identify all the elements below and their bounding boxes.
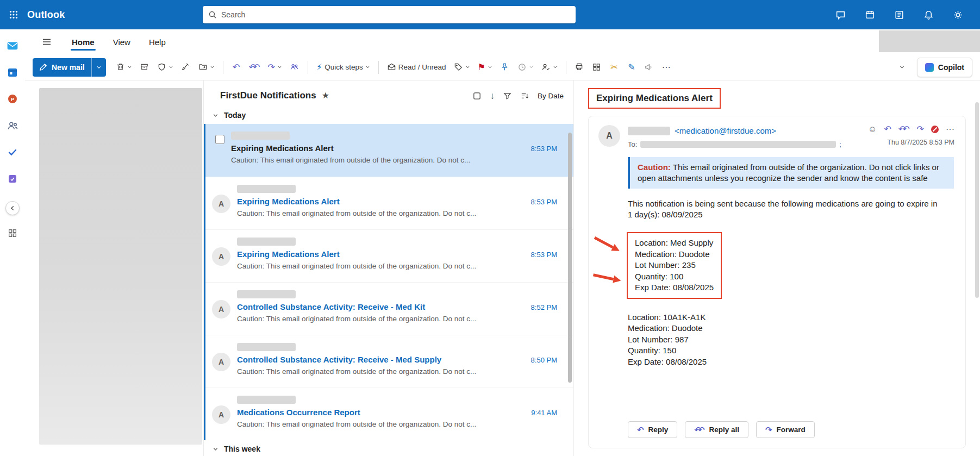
- email-time: 8:52 PM: [531, 303, 565, 311]
- delete-button[interactable]: [113, 58, 135, 77]
- forward-button[interactable]: ↷: [265, 58, 285, 77]
- archive-button[interactable]: [136, 58, 153, 77]
- notifications-button[interactable]: [918, 4, 939, 25]
- print-button[interactable]: [571, 58, 588, 77]
- mail-nav-button[interactable]: [4, 37, 21, 54]
- email-list-item[interactable]: Expiring Medications Alert 8:53 PM Cauti…: [205, 124, 573, 177]
- filter-icon[interactable]: [503, 91, 512, 101]
- search-bar[interactable]: [203, 6, 576, 23]
- planner-nav-button[interactable]: [4, 170, 21, 188]
- sort-by-button[interactable]: By Date: [538, 92, 564, 100]
- calendar-nav-button[interactable]: [4, 64, 21, 81]
- powerpoint-nav-button[interactable]: P: [4, 90, 21, 108]
- email-subject: Expiring Medications Alert: [231, 143, 526, 153]
- app-launcher-button[interactable]: [0, 0, 27, 29]
- assign-policy-button[interactable]: [538, 58, 561, 77]
- annotation-arrow: [591, 233, 621, 254]
- chevron-down-icon: [213, 446, 219, 452]
- reply-button[interactable]: ↶: [228, 58, 245, 77]
- email-list-item[interactable]: A Expiring Medications Alert 8:53 PM Cau…: [205, 177, 573, 229]
- app-title: Outlook: [27, 9, 65, 21]
- email-list-item[interactable]: A Medications Occurrence Report 9:41 AM …: [205, 388, 573, 440]
- message-card: A <medication@firstdue.com> To: ;: [588, 116, 966, 448]
- more-options-button[interactable]: ···: [658, 58, 675, 77]
- copilot-button[interactable]: Copilot: [917, 58, 972, 77]
- caution-banner: Caution: This email originated from outs…: [628, 157, 954, 189]
- email-list-item[interactable]: A Controlled Substance Activity: Receive…: [205, 335, 573, 388]
- group-header-today[interactable]: Today: [204, 107, 573, 124]
- report-button[interactable]: [154, 58, 177, 77]
- email-checkbox[interactable]: [215, 135, 224, 144]
- medication-details: Location: Med Supply Medication: Duodote…: [627, 232, 722, 299]
- med-line: Quantity: 150: [628, 345, 954, 357]
- share-to-teams-button[interactable]: [286, 58, 303, 77]
- reply-label: Reply: [648, 426, 669, 434]
- move-to-button[interactable]: [195, 58, 218, 77]
- addin-edit-button[interactable]: ✎: [623, 58, 640, 77]
- settings-button[interactable]: [947, 4, 968, 25]
- broom-icon: [181, 63, 190, 72]
- feedback-button[interactable]: [830, 4, 851, 25]
- message-list-scrollbar[interactable]: [568, 133, 572, 383]
- addin-snip-button[interactable]: ✂: [606, 58, 622, 77]
- collapse-sidebar-button[interactable]: [5, 201, 20, 215]
- flag-button[interactable]: ⚑: [475, 58, 496, 77]
- sweep-button[interactable]: [178, 58, 194, 77]
- email-preview: Caution: This email originated from outs…: [237, 420, 565, 428]
- reply-all-action-button[interactable]: ↶↶Reply all: [685, 421, 748, 438]
- read-aloud-button[interactable]: [641, 58, 657, 77]
- notepad-icon: [894, 10, 904, 20]
- sort-direction-icon[interactable]: ↓: [490, 91, 495, 101]
- email-time: 9:41 AM: [531, 409, 565, 417]
- email-time: 8:53 PM: [531, 251, 565, 259]
- email-list-item[interactable]: A Expiring Medications Alert 8:53 PM Cau…: [205, 229, 573, 282]
- sender-email[interactable]: <medication@firstdue.com>: [675, 126, 776, 135]
- notes-button[interactable]: [889, 4, 909, 25]
- more-apps-button[interactable]: [4, 224, 21, 242]
- calendar-peek-button[interactable]: [859, 4, 880, 25]
- med-line: Medication: Duodote: [628, 323, 954, 334]
- sort-options-icon[interactable]: [520, 91, 529, 101]
- chevron-down-icon: [277, 65, 282, 70]
- hamburger-button[interactable]: [37, 32, 57, 52]
- forward-action-button[interactable]: ↷Forward: [756, 421, 815, 438]
- reply-all-button[interactable]: ↶↶: [246, 58, 264, 77]
- quick-steps-button[interactable]: ⚡Quick steps: [313, 58, 373, 77]
- tab-home[interactable]: Home: [64, 32, 102, 52]
- message-list-pane: FirstDue Notifications ★ ↓ By Date Today: [203, 80, 574, 456]
- read-unread-button[interactable]: Read / Unread: [384, 58, 450, 77]
- reply-action-button[interactable]: ↶Reply: [628, 421, 677, 438]
- favorite-star-icon[interactable]: ★: [322, 91, 329, 100]
- search-input[interactable]: [221, 10, 570, 19]
- reply-all-icon[interactable]: ↶↶: [898, 125, 910, 134]
- categorize-button[interactable]: [451, 58, 473, 77]
- todo-icon: [7, 147, 18, 158]
- clock-icon: [517, 63, 527, 72]
- group-header-this-week[interactable]: This week: [204, 440, 573, 456]
- ribbon-collapse-button[interactable]: [894, 58, 910, 77]
- apps-button[interactable]: [589, 58, 605, 77]
- forward-icon[interactable]: ↷: [917, 125, 924, 134]
- toolbar-divider: [566, 61, 566, 74]
- todo-nav-button[interactable]: [4, 143, 21, 161]
- copilot-icon: [925, 63, 934, 72]
- new-mail-dropdown[interactable]: [91, 58, 106, 77]
- medication-block-annotated: Location: Med Supply Medication: Duodote…: [627, 232, 954, 299]
- email-subject: Medications Occurrence Report: [237, 408, 526, 417]
- reply-icon[interactable]: ↶: [884, 125, 891, 134]
- select-all-icon[interactable]: [472, 91, 482, 101]
- reading-pane-scrollbar[interactable]: [975, 102, 979, 298]
- ribbon-tabs-row: Home View Help: [25, 29, 980, 54]
- new-mail-button[interactable]: New mail: [33, 58, 106, 77]
- redacted-sender: [237, 238, 296, 246]
- tab-view[interactable]: View: [105, 32, 138, 52]
- tab-help[interactable]: Help: [141, 32, 173, 52]
- add-reaction-icon[interactable]: ☺: [868, 125, 877, 134]
- report-icon[interactable]: [931, 126, 939, 133]
- bell-icon: [923, 10, 934, 20]
- more-actions-icon[interactable]: ···: [946, 125, 954, 134]
- email-list-item[interactable]: A Controlled Substance Activity: Receive…: [205, 282, 573, 335]
- pin-button[interactable]: [497, 58, 513, 77]
- people-nav-button[interactable]: [4, 117, 21, 134]
- snooze-button[interactable]: [514, 58, 537, 77]
